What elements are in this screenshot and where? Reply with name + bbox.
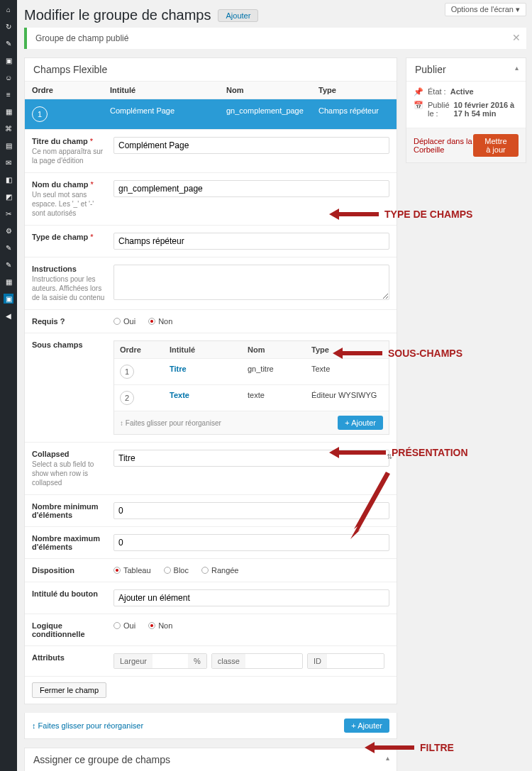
- label-nom: Nom du champ: [32, 180, 88, 189]
- input-min[interactable]: [113, 502, 389, 519]
- main-add-button[interactable]: + Ajouter: [344, 719, 389, 733]
- media-icon[interactable]: ▦: [4, 106, 13, 116]
- subfield-row[interactable]: 2 Texte texte Éditeur WYSIWYG: [114, 385, 389, 411]
- tools-icon[interactable]: ✂: [4, 209, 13, 218]
- field-order-badge: 1: [32, 106, 48, 122]
- updates-icon[interactable]: ↻: [4, 21, 13, 31]
- field-list-header: Ordre Intitulé Nom Type: [25, 82, 397, 99]
- attr-pct: %: [188, 654, 206, 668]
- subfields-table: Ordre Intitulé Nom Type 1 Titre gn_titre: [113, 340, 389, 435]
- pin-icon: 📌: [414, 87, 423, 96]
- input-bouton[interactable]: [113, 589, 389, 606]
- postbox-toggle-icon[interactable]: ▴: [515, 64, 519, 72]
- label-titre: Titre du champ: [32, 137, 88, 145]
- label-min: Nombre minimum d'éléments: [32, 502, 99, 519]
- publish-notice: Groupe de champ publié ✕: [24, 28, 526, 49]
- page-title: Modifier le groupe de champs: [24, 7, 211, 23]
- label-collapsed: Collapsed: [32, 450, 70, 458]
- header-nom: Nom: [219, 82, 311, 99]
- label-instructions: Instructions: [32, 265, 77, 273]
- sf-header-ordre: Ordre: [114, 341, 164, 358]
- desc-collapsed: Select a sub field to show when row is c…: [32, 460, 108, 487]
- comments-icon[interactable]: ✉: [4, 157, 13, 167]
- calendar-icon: 📅: [414, 101, 423, 118]
- radio-requis-non[interactable]: Non: [148, 317, 172, 326]
- subfield-row[interactable]: 1 Titre gn_titre Texte: [114, 359, 389, 385]
- attr-classe-input[interactable]: [245, 654, 302, 668]
- input-max[interactable]: [113, 534, 389, 551]
- radio-requis-oui[interactable]: Oui: [113, 317, 135, 326]
- state-value: Active: [450, 87, 474, 96]
- desc-nom: Un seul mot sans espace. Les '_' et '-' …: [32, 190, 108, 218]
- desc-instructions: Instructions pour les auteurs. Affichées…: [32, 274, 108, 302]
- label-disposition: Disposition: [32, 566, 74, 575]
- field-type: Champs répéteur: [311, 99, 397, 129]
- collapse-icon[interactable]: ◀: [4, 311, 13, 321]
- attr-id-input[interactable]: [327, 654, 384, 668]
- label-souschamps: Sous champs: [32, 340, 83, 349]
- attr-id-label: ID: [308, 654, 327, 668]
- dismiss-notice-icon[interactable]: ✕: [512, 32, 521, 43]
- radio-disp-rangee[interactable]: Rangée: [201, 566, 239, 575]
- label-logique: Logique conditionnelle: [32, 621, 85, 638]
- state-label: État :: [428, 87, 446, 96]
- sf-header-intitule: Intitulé: [164, 341, 242, 358]
- label-bouton: Intitulé du bouton: [32, 589, 98, 598]
- dashboard-icon[interactable]: ⌂: [4, 4, 13, 14]
- radio-logique-non[interactable]: Non: [148, 621, 172, 630]
- wp-admin-sidebar: ⌂ ↻ ✎ ▣ ☺ ≡ ▦ ⌘ ▤ ✉ ◧ ◩ ✂ ⚙ ✎ ✎ ▦ ▣ ◀: [0, 0, 17, 771]
- field-nom: gn_complement_page: [219, 99, 311, 129]
- publish-postbox-title: Publier▴: [406, 58, 526, 82]
- textarea-instructions[interactable]: [113, 265, 389, 300]
- sitemap-icon[interactable]: ▣: [4, 55, 13, 65]
- attr-largeur-label: Largeur: [114, 654, 153, 668]
- select-type[interactable]: [113, 233, 389, 250]
- trash-link[interactable]: Déplacer dans la Corbeille: [414, 137, 473, 154]
- update-button[interactable]: Mettre à jour: [473, 134, 519, 157]
- add-new-button[interactable]: Ajouter: [218, 9, 258, 22]
- notice-text: Groupe de champ publié: [35, 33, 128, 43]
- posts-icon[interactable]: ✎: [4, 38, 13, 48]
- radio-disp-tableau[interactable]: Tableau: [113, 566, 151, 575]
- analytics-icon[interactable]: ≡: [4, 89, 13, 99]
- attr-largeur-input[interactable]: [153, 654, 188, 668]
- header-type: Type: [311, 82, 397, 99]
- main-drag-hint: ↕ Faites glisser pour réorganiser: [32, 721, 143, 730]
- pages-icon[interactable]: ▤: [4, 140, 13, 150]
- label-attributs: Attributs: [32, 653, 65, 662]
- users-icon[interactable]: ☺: [4, 72, 13, 82]
- desc-titre: Ce nom apparaîtra sur la page d'édition: [32, 147, 108, 165]
- plugins-icon[interactable]: ◩: [4, 192, 13, 201]
- input-titre[interactable]: [113, 137, 389, 154]
- appearance-icon[interactable]: ◧: [4, 174, 13, 184]
- pub-value: 10 février 2016 à 17 h 54 min: [454, 101, 519, 118]
- header-ordre: Ordre: [25, 82, 103, 99]
- location-postbox-title: Assigner ce groupe de champs▴: [25, 748, 397, 771]
- radio-logique-oui[interactable]: Oui: [113, 621, 135, 630]
- postbox-toggle-icon[interactable]: ▴: [386, 754, 389, 762]
- pub-label: Publié le :: [428, 101, 450, 118]
- sf-header-nom: Nom: [242, 341, 306, 358]
- fields-postbox-title: Champs Flexible: [25, 58, 397, 82]
- input-nom[interactable]: [113, 180, 389, 197]
- acf-icon[interactable]: ▣: [4, 294, 13, 304]
- subfields-drag-hint: ↕ Faites glisser pour réorganiser: [120, 419, 221, 427]
- settings-icon[interactable]: ⚙: [4, 226, 13, 235]
- attr-classe-label: classe: [212, 654, 245, 668]
- admin-wrench-icon[interactable]: ✎: [4, 260, 13, 270]
- header-intitule: Intitulé: [103, 82, 219, 99]
- label-type: Type de champ: [32, 233, 88, 241]
- screen-options-toggle[interactable]: Options de l'écran ▾: [445, 3, 526, 16]
- radio-disp-bloc[interactable]: Bloc: [164, 566, 189, 575]
- field-intitule: Complément Page: [103, 99, 219, 129]
- subfield-add-button[interactable]: + Ajouter: [338, 416, 383, 430]
- label-max: Nombre maximum d'éléments: [32, 534, 100, 551]
- field-row-active[interactable]: 1 Complément Page gn_complement_page Cha…: [25, 99, 397, 129]
- sf-header-type: Type: [306, 341, 389, 358]
- select-collapsed[interactable]: [113, 450, 389, 467]
- close-field-button[interactable]: Fermer le champ: [32, 682, 106, 698]
- label-requis: Requis ?: [32, 317, 65, 326]
- links-icon[interactable]: ⌘: [4, 123, 13, 133]
- extra-icon[interactable]: ▦: [4, 277, 13, 287]
- admin-tool-icon[interactable]: ✎: [4, 243, 13, 253]
